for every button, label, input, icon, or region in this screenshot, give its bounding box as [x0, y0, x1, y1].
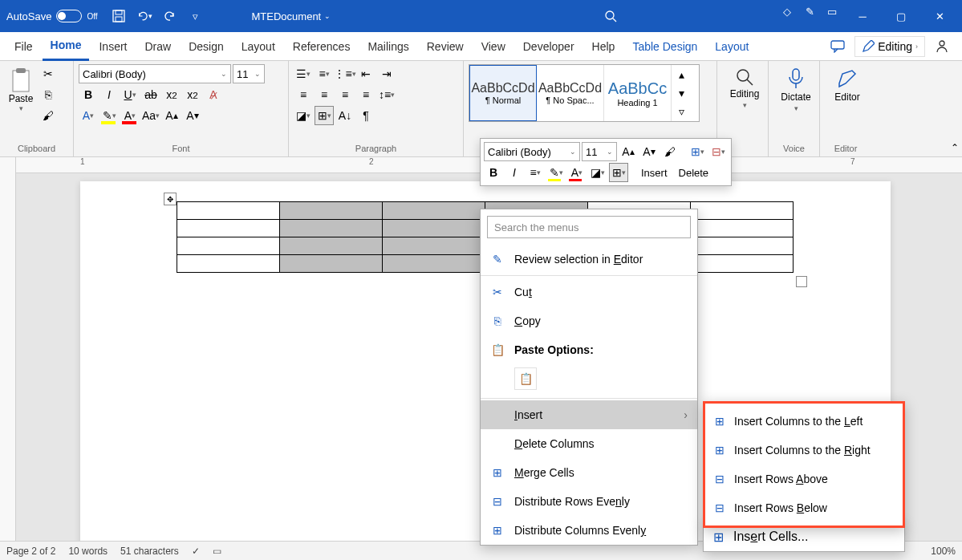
- borders-button[interactable]: ⊞▾: [315, 106, 334, 125]
- tab-review[interactable]: Review: [419, 32, 472, 61]
- maximize-button[interactable]: ▢: [885, 3, 917, 29]
- diamond-icon[interactable]: ◇: [779, 3, 795, 19]
- text-effects-button[interactable]: A▾: [79, 106, 98, 125]
- highlight-button[interactable]: ✎▾: [99, 106, 119, 125]
- editing-button[interactable]: Editing ▾: [722, 64, 767, 112]
- tab-design[interactable]: Design: [181, 32, 232, 61]
- mini-bold[interactable]: B: [484, 163, 503, 182]
- mini-font-color[interactable]: A▾: [567, 163, 587, 182]
- justify-button[interactable]: ≡: [356, 85, 375, 104]
- underline-button[interactable]: U▾: [120, 85, 140, 104]
- tab-table-layout[interactable]: Layout: [707, 32, 757, 61]
- table-resize-handle[interactable]: [796, 276, 807, 287]
- tab-insert[interactable]: Insert: [91, 32, 135, 61]
- share-button[interactable]: [928, 36, 956, 57]
- tab-layout[interactable]: Layout: [233, 32, 283, 61]
- status-chars[interactable]: 51 characters: [120, 546, 179, 557]
- tab-draw[interactable]: Draw: [136, 32, 179, 61]
- font-name-combo[interactable]: Calibri (Body)⌄: [79, 64, 231, 83]
- ctx-review-editor[interactable]: ✎ Review selection in Editor: [481, 245, 697, 274]
- wand-icon[interactable]: ✎: [802, 3, 818, 19]
- mini-grow-font[interactable]: A▴: [619, 142, 638, 161]
- status-page[interactable]: Page 2 of 2: [6, 546, 55, 557]
- increase-indent-button[interactable]: ⇥: [377, 64, 396, 83]
- strikethrough-button[interactable]: ab: [141, 85, 160, 104]
- cut-icon[interactable]: ✂: [39, 64, 58, 83]
- superscript-button[interactable]: x2: [183, 85, 202, 104]
- shrink-font-button[interactable]: A▾: [183, 106, 202, 125]
- ctx-delete-columns[interactable]: Delete Columns: [481, 429, 697, 458]
- autosave-toggle[interactable]: [56, 10, 82, 22]
- sort-button[interactable]: A↓: [335, 106, 355, 125]
- context-search-input[interactable]: Search the menus: [487, 216, 691, 238]
- font-color-button[interactable]: A▾: [120, 106, 140, 125]
- table-move-handle[interactable]: ✥: [164, 193, 177, 205]
- tab-table-design[interactable]: Table Design: [624, 32, 705, 61]
- ctx-insert[interactable]: Insert ›: [481, 400, 697, 429]
- numbering-button[interactable]: ≡▾: [315, 64, 334, 83]
- align-center-button[interactable]: ≡: [315, 85, 334, 104]
- ctx-distribute-columns[interactable]: ⊞ Distribute Columns Evenly: [481, 516, 697, 545]
- font-size-combo[interactable]: 11⌄: [233, 64, 265, 83]
- close-button[interactable]: ✕: [923, 3, 956, 29]
- ribbon-display-icon[interactable]: ▭: [824, 3, 840, 19]
- multilevel-list-button[interactable]: ⋮≡▾: [335, 64, 355, 83]
- mini-borders[interactable]: ⊞▾: [609, 163, 628, 182]
- copy-icon[interactable]: ⎘: [39, 85, 58, 104]
- clear-format-button[interactable]: A̷: [204, 85, 223, 104]
- tab-home[interactable]: Home: [43, 32, 90, 61]
- paste-button[interactable]: Paste ▾: [5, 64, 37, 142]
- editor-button[interactable]: Editor: [825, 64, 870, 106]
- ctx-distribute-rows[interactable]: ⊟ Distribute Rows Evenly: [481, 487, 697, 516]
- redo-icon[interactable]: [162, 8, 178, 24]
- mini-italic[interactable]: I: [505, 163, 524, 182]
- line-spacing-button[interactable]: ↕≡▾: [377, 85, 396, 104]
- paste-keep-formatting[interactable]: 📋: [514, 367, 537, 390]
- bold-button[interactable]: B: [79, 85, 98, 104]
- style-heading1[interactable]: AaBbCc Heading 1: [604, 65, 672, 121]
- styles-gallery[interactable]: AaBbCcDd ¶ Normal AaBbCcDd ¶ No Spac... …: [469, 64, 700, 122]
- mini-shading[interactable]: ◪▾: [588, 163, 607, 182]
- minimize-button[interactable]: ─: [846, 3, 879, 29]
- status-zoom[interactable]: 100%: [931, 546, 956, 557]
- autosave-control[interactable]: AutoSave Off: [6, 10, 98, 22]
- editing-mode-button[interactable]: Editing ›: [854, 36, 925, 57]
- tab-mailings[interactable]: Mailings: [359, 32, 416, 61]
- tab-developer[interactable]: Developer: [515, 32, 582, 61]
- style-normal[interactable]: AaBbCcDd ¶ Normal: [469, 65, 537, 121]
- submenu-cols-left[interactable]: ⊞ Insert Columns to the Left: [705, 407, 903, 436]
- vertical-ruler[interactable]: [0, 157, 16, 541]
- tab-file[interactable]: File: [6, 32, 41, 61]
- undo-icon[interactable]: ▾: [136, 8, 152, 24]
- tab-view[interactable]: View: [473, 32, 513, 61]
- bullets-button[interactable]: ☰▾: [294, 64, 313, 83]
- status-words[interactable]: 10 words: [68, 546, 108, 557]
- show-marks-button[interactable]: ¶: [356, 106, 375, 125]
- italic-button[interactable]: I: [99, 85, 119, 104]
- document-title[interactable]: MTEDocument ⌄: [252, 10, 331, 22]
- status-macro-icon[interactable]: ▭: [213, 546, 221, 557]
- align-left-button[interactable]: ≡: [294, 85, 313, 104]
- mini-format-painter[interactable]: 🖌: [660, 142, 680, 161]
- shading-button[interactable]: ◪▾: [294, 106, 313, 125]
- change-case-button[interactable]: Aa▾: [141, 106, 160, 125]
- search-icon[interactable]: [603, 8, 619, 24]
- submenu-rows-above[interactable]: ⊟ Insert Rows Above: [705, 465, 903, 493]
- mini-insert-icon[interactable]: ⊞▾: [688, 142, 707, 161]
- submenu-cols-right[interactable]: ⊞ Insert Columns to the Right: [705, 436, 903, 465]
- mini-insert-button[interactable]: Insert: [636, 163, 672, 182]
- status-spellcheck-icon[interactable]: ✓: [192, 546, 200, 557]
- subscript-button[interactable]: x2: [162, 85, 181, 104]
- styles-up-icon[interactable]: ▴: [672, 65, 691, 83]
- decrease-indent-button[interactable]: ⇤: [356, 64, 375, 83]
- mini-delete-icon[interactable]: ⊟▾: [708, 142, 728, 161]
- grow-font-button[interactable]: A▴: [162, 106, 181, 125]
- submenu-rows-below[interactable]: ⊟ Insert Rows Below: [705, 493, 903, 522]
- ctx-merge-cells[interactable]: ⊞ Merge Cells: [481, 458, 697, 487]
- collapse-ribbon-icon[interactable]: ⌃: [951, 142, 959, 153]
- mini-delete-button[interactable]: Delete: [674, 163, 714, 182]
- dictate-button[interactable]: Dictate ▾: [773, 64, 818, 116]
- qat-customize-icon[interactable]: ▿: [188, 8, 204, 24]
- styles-more-icon[interactable]: ▿: [672, 102, 691, 120]
- mini-align[interactable]: ≡▾: [526, 163, 545, 182]
